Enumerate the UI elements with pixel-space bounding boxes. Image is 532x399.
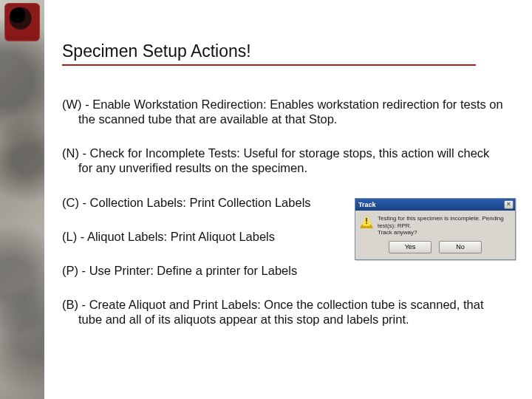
dialog-title: Track [358, 201, 376, 208]
action-item-n: (N) - Check for Incomplete Tests: Useful… [62, 146, 507, 175]
brand-logo-text: JUST SUNSOFT [4, 35, 40, 40]
dialog-message-line2: Track anyway? [378, 229, 511, 236]
content-area: Specimen Setup Actions! (W) - Enable Wor… [44, 0, 532, 399]
dialog-body: Testing for this specimen is incomplete.… [355, 211, 515, 238]
no-button[interactable]: No [439, 241, 482, 253]
dialog-message: Testing for this specimen is incomplete.… [378, 215, 511, 236]
yes-button[interactable]: Yes [389, 241, 432, 253]
action-item-b: (B) - Create Aliquot and Print Labels: O… [62, 297, 507, 327]
track-dialog: Track × Testing for this specimen is inc… [355, 198, 516, 260]
slide: JUST SUNSOFT Specimen Setup Actions! (W)… [0, 0, 532, 399]
brand-logo: JUST SUNSOFT [4, 3, 40, 41]
action-item-p: (P) - Use Printer: Define a printer for … [62, 263, 507, 278]
sidebar-texture: JUST SUNSOFT [0, 0, 44, 399]
page-title: Specimen Setup Actions! [62, 41, 476, 66]
dialog-message-line1: Testing for this specimen is incomplete.… [378, 215, 511, 229]
dialog-titlebar: Track × [355, 199, 515, 211]
dialog-buttons: Yes No [355, 238, 515, 259]
action-item-w: (W) - Enable Workstation Redirection: En… [62, 97, 507, 126]
close-icon[interactable]: × [504, 200, 514, 209]
warning-icon [360, 215, 373, 228]
